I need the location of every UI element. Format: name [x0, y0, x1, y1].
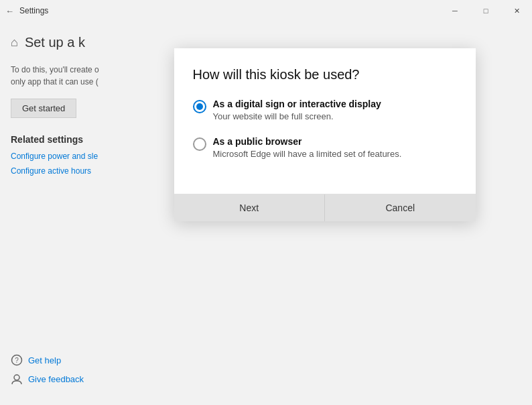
svg-text:?: ? [15, 357, 19, 364]
next-button[interactable]: Next [174, 194, 326, 221]
get-help-item[interactable]: ? Get help [11, 354, 84, 366]
option2-radio[interactable]: As a public browser Microsoft Edge will … [193, 136, 457, 160]
dialog-footer: Next Cancel [174, 194, 476, 221]
minimize-button[interactable]: ─ [440, 0, 470, 21]
title-bar-left: ← Settings [5, 6, 48, 16]
option1-radio-circle [193, 100, 206, 113]
close-button[interactable]: ✕ [501, 0, 532, 21]
get-started-button[interactable]: Get started [11, 99, 76, 118]
bottom-links: ? Get help Give feedback [11, 354, 84, 392]
page-description: To do this, you'll create o only app tha… [11, 64, 107, 88]
give-feedback-item[interactable]: Give feedback [11, 373, 84, 385]
main-content: ⌂ Set up a k To do this, you'll create o… [0, 21, 532, 405]
option2-text: As a public browser Microsoft Edge will … [213, 136, 402, 160]
related-settings-title: Related settings [11, 134, 107, 145]
option1-radio[interactable]: As a digital sign or interactive display… [193, 99, 457, 123]
option2-desc: Microsoft Edge will have a limited set o… [213, 148, 402, 160]
related-settings: Related settings Configure power and sle… [11, 134, 107, 176]
title-bar-title: Settings [19, 6, 48, 15]
give-feedback-link[interactable]: Give feedback [28, 374, 84, 384]
dialog-title: How will this kiosk be used? [193, 67, 457, 82]
cancel-button[interactable]: Cancel [325, 194, 476, 221]
kiosk-dialog: How will this kiosk be used? As a digita… [174, 48, 476, 221]
option1-desc: Your website will be full screen. [213, 111, 381, 123]
dialog-body: How will this kiosk be used? As a digita… [174, 48, 476, 187]
option2-radio-circle [193, 137, 206, 151]
page-header: ⌂ Set up a k [11, 35, 107, 50]
home-icon[interactable]: ⌂ [11, 36, 18, 50]
left-panel: ⌂ Set up a k To do this, you'll create o… [0, 21, 117, 405]
get-help-link[interactable]: Get help [28, 355, 61, 365]
title-bar: ← Settings ─ □ ✕ [0, 0, 532, 21]
option1-text: As a digital sign or interactive display… [213, 99, 381, 123]
maximize-button[interactable]: □ [470, 0, 501, 21]
option2-label: As a public browser [213, 136, 402, 147]
configure-hours-link[interactable]: Configure active hours [11, 166, 107, 176]
page-title: Set up a k [25, 35, 85, 50]
configure-power-link[interactable]: Configure power and sle [11, 152, 107, 161]
get-help-icon: ? [11, 354, 23, 366]
give-feedback-icon [11, 373, 23, 385]
title-bar-controls: ─ □ ✕ [440, 0, 532, 21]
svg-point-2 [14, 375, 19, 380]
option1-label: As a digital sign or interactive display [213, 99, 381, 109]
back-icon[interactable]: ← [5, 6, 14, 16]
